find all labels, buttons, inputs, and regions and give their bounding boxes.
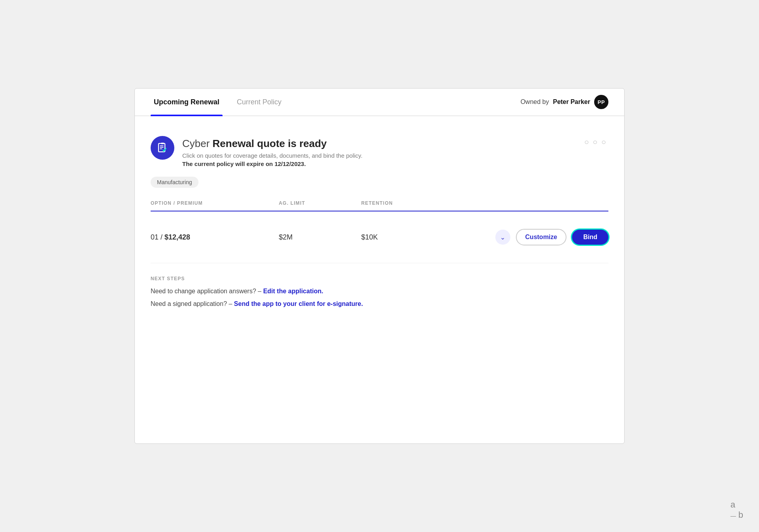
signature-prefix: Need a signed application? [151,300,227,307]
tab-upcoming-renewal-label: Upcoming Renewal [154,98,219,106]
owner-section: Owned by Peter Parker PP [521,95,608,109]
renewal-card: Cyber Renewal quote is ready Click on qu… [151,136,608,308]
table-row: 01 / $12,428 $2M $10K ⌄ [151,211,608,263]
document-icon [157,142,168,154]
next-step-signature: Need a signed application? – Send the ap… [151,300,608,308]
quote-table: OPTION / PREMIUM AG. LIMIT RETENTION 01 … [151,200,608,263]
ab-text: a— b [731,500,743,520]
svg-rect-4 [161,143,164,144]
table-header-row: OPTION / PREMIUM AG. LIMIT RETENTION [151,200,608,211]
renewal-icon-circle [151,136,174,160]
title-rest: Renewal quote is ready [213,138,327,149]
tab-upcoming-renewal[interactable]: Upcoming Renewal [151,89,223,115]
expand-chevron-button[interactable]: ⌄ [495,230,510,245]
next-step-edit: Need to change application answers? – Ed… [151,288,608,295]
cell-ag-limit: $2M [279,211,361,263]
card-header: Cyber Renewal quote is ready Click on qu… [151,136,608,167]
cell-actions: ⌄ Customize Bind [444,211,608,263]
bind-button[interactable]: Bind [572,230,608,245]
owned-by-label: Owned by [521,98,549,106]
main-content: Cyber Renewal quote is ready Click on qu… [135,116,624,333]
cell-option-premium: 01 / $12,428 [151,211,279,263]
card-subtitle: Click on quotes for coverage details, do… [182,152,363,159]
col-header-actions [444,200,608,211]
send-app-link[interactable]: Send the app to your client for e-signat… [234,300,363,307]
actions-container: ⌄ Customize Bind [444,220,608,254]
cell-retention: $10K [361,211,444,263]
title-cyber: Cyber [182,138,210,149]
tab-bar: Upcoming Renewal Current Policy Owned by… [135,89,624,116]
card-expiry: The current policy will expire on 12/12/… [182,160,363,167]
next-steps-section: NEXT STEPS Need to change application an… [151,276,608,308]
premium-value: $12,428 [164,233,190,241]
edit-app-dash: – [258,288,263,294]
retention-value: $10K [361,233,378,241]
col-header-retention: RETENTION [361,200,444,211]
edit-app-prefix: Need to change application answers? [151,288,256,294]
owner-avatar: PP [594,95,608,109]
owner-name: Peter Parker [553,98,590,106]
more-options-icon[interactable]: ○ ○ ○ [583,136,608,148]
col-header-option-premium: OPTION / PREMIUM [151,200,279,211]
tabs-container: Upcoming Renewal Current Policy [151,89,296,115]
next-steps-label: NEXT STEPS [151,276,608,281]
tab-current-policy[interactable]: Current Policy [234,89,285,115]
option-number: 01 / $12,428 [151,233,190,241]
table-header: OPTION / PREMIUM AG. LIMIT RETENTION [151,200,608,211]
signature-dash: – [228,300,234,307]
ag-limit-value: $2M [279,233,293,241]
table-body: 01 / $12,428 $2M $10K ⌄ [151,211,608,263]
edit-application-link[interactable]: Edit the application. [263,288,323,294]
main-frame: Upcoming Renewal Current Policy Owned by… [134,88,625,444]
card-title: Cyber Renewal quote is ready [182,138,363,150]
tab-current-policy-label: Current Policy [237,98,281,106]
card-header-left: Cyber Renewal quote is ready Click on qu… [151,136,363,167]
ab-icon: a— b [731,500,743,520]
col-header-ag-limit: AG. LIMIT [279,200,361,211]
card-title-block: Cyber Renewal quote is ready Click on qu… [182,136,363,167]
chevron-down-icon: ⌄ [500,234,505,241]
customize-button[interactable]: Customize [516,229,567,245]
owner-initials: PP [598,99,605,105]
industry-tag: Manufacturing [151,177,198,188]
